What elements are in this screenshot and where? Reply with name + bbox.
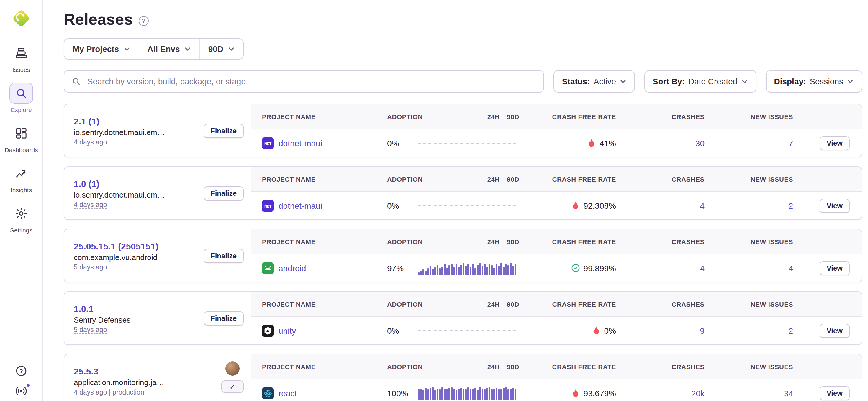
fire-icon: [587, 139, 596, 147]
range-90d-toggle[interactable]: 90D: [507, 300, 519, 307]
range-24h-toggle[interactable]: 24H: [487, 175, 500, 182]
release-created: 4 days ago | production: [74, 389, 164, 396]
new-issues-link[interactable]: 7: [788, 138, 793, 148]
release-version-link[interactable]: 25.05.15.1 (2505151): [74, 241, 158, 251]
col-adoption: ADOPTION: [387, 238, 418, 245]
avatar[interactable]: [225, 362, 240, 376]
new-issues-link[interactable]: 34: [784, 388, 793, 398]
finalize-button[interactable]: Finalize: [204, 311, 244, 326]
status-filter-label: Status:: [562, 77, 590, 86]
col-crashes: CRASHES: [616, 300, 705, 307]
project-filter-label: My Projects: [72, 44, 119, 54]
release-age[interactable]: 4 days ago: [74, 139, 107, 146]
adoption-sparkline-chart: [418, 317, 519, 344]
date-range-dropdown[interactable]: 90D: [200, 39, 243, 59]
status-filter-dropdown[interactable]: Status: Active: [554, 70, 635, 93]
new-issues-link[interactable]: 2: [788, 326, 793, 335]
help-icon[interactable]: ?: [139, 15, 149, 26]
release-version-link[interactable]: 25.5.3: [74, 366, 164, 376]
sidebar-item-label: Insights: [11, 186, 32, 193]
release-table: PROJECT NAME ADOPTION 24H 90D CRASH FREE…: [251, 167, 862, 220]
new-issues-link[interactable]: 2: [788, 201, 793, 210]
col-crash-free-rate: CRASH FREE RATE: [519, 300, 616, 307]
crash-free-rate-cell: 41%: [519, 138, 616, 148]
col-crashes: CRASHES: [616, 113, 705, 120]
sidebar-item-label: Explore: [11, 106, 32, 113]
crashes-link[interactable]: 20k: [691, 388, 705, 398]
finalize-button[interactable]: Finalize: [204, 186, 244, 201]
view-button[interactable]: View: [819, 136, 850, 150]
release-age[interactable]: 4 days ago: [74, 201, 107, 209]
range-90d-toggle[interactable]: 90D: [507, 113, 519, 120]
release-version-link[interactable]: 2.1 (1): [74, 116, 165, 126]
col-crashes: CRASHES: [616, 238, 705, 245]
fire-icon: [571, 201, 580, 210]
project-link[interactable]: dotnet-maui: [279, 201, 322, 210]
new-issues-cell: 34: [705, 388, 793, 398]
range-90d-toggle[interactable]: 90D: [507, 175, 519, 182]
crashes-link[interactable]: 4: [700, 201, 705, 210]
sentry-logo-icon[interactable]: [10, 7, 32, 30]
range-24h-toggle[interactable]: 24H: [487, 238, 500, 245]
range-24h-toggle[interactable]: 24H: [487, 300, 500, 307]
project-cell: react: [262, 387, 387, 399]
release-version-link[interactable]: 1.0 (1): [74, 179, 165, 189]
col-project-name: PROJECT NAME: [262, 113, 387, 120]
broadcast-icon[interactable]: [15, 385, 28, 397]
search-input[interactable]: [86, 76, 537, 87]
release-age[interactable]: 4 days ago: [74, 389, 107, 396]
environment-filter-dropdown[interactable]: All Envs: [139, 39, 200, 59]
sidebar-item-issues[interactable]: Issues: [0, 42, 42, 73]
project-link[interactable]: react: [279, 388, 297, 398]
sidebar-item-insights[interactable]: Insights: [0, 163, 42, 193]
crashes-cell: 4: [616, 201, 705, 210]
search-box[interactable]: [64, 70, 544, 93]
col-new-issues: NEW ISSUES: [705, 238, 793, 245]
project-link[interactable]: dotnet-maui: [279, 138, 322, 148]
finalize-button[interactable]: Finalize: [204, 124, 244, 138]
release-created: 5 days ago: [74, 264, 158, 271]
release-package: io.sentry.dotnet.maui.em…: [74, 191, 165, 199]
display-dropdown[interactable]: Display: Sessions: [766, 70, 862, 93]
project-link[interactable]: android: [279, 263, 306, 273]
view-cell: View: [793, 261, 850, 275]
new-issues-link[interactable]: 4: [788, 263, 793, 273]
range-90d-toggle[interactable]: 90D: [507, 363, 519, 370]
release-age[interactable]: 5 days ago: [74, 326, 107, 334]
finalize-button[interactable]: Finalize: [204, 249, 244, 263]
project-link[interactable]: unity: [279, 326, 296, 335]
release-check-button[interactable]: ✓: [221, 380, 244, 393]
view-button[interactable]: View: [819, 386, 850, 400]
crashes-link[interactable]: 4: [700, 263, 705, 273]
crashes-link[interactable]: 30: [695, 138, 705, 148]
release-meta-side: ✓: [221, 360, 244, 401]
notification-dot: [25, 383, 31, 388]
sort-by-dropdown[interactable]: Sort By: Date Created: [644, 70, 756, 93]
range-24h-toggle[interactable]: 24H: [487, 363, 500, 370]
dotnet-project-icon: NET: [262, 137, 274, 149]
release-created: 5 days ago: [74, 326, 130, 333]
sidebar-item-label: Settings: [10, 227, 32, 234]
sidebar-item-explore[interactable]: Explore: [0, 82, 42, 113]
range-90d-toggle[interactable]: 90D: [507, 238, 519, 245]
release-card: 2.1 (1) io.sentry.dotnet.maui.em… 4 days…: [64, 104, 862, 158]
project-filter-dropdown[interactable]: My Projects: [64, 39, 139, 59]
view-button[interactable]: View: [819, 198, 850, 212]
range-24h-toggle[interactable]: 24H: [487, 113, 500, 120]
crashes-cell: 9: [616, 326, 705, 335]
col-project-name: PROJECT NAME: [262, 300, 387, 307]
col-adoption: ADOPTION: [387, 175, 418, 182]
view-button[interactable]: View: [819, 324, 850, 338]
crashes-cell: 4: [616, 263, 705, 273]
crashes-link[interactable]: 9: [700, 326, 705, 335]
view-button[interactable]: View: [819, 261, 850, 275]
release-package: io.sentry.dotnet.maui.em…: [74, 128, 165, 137]
release-card: 1.0 (1) io.sentry.dotnet.maui.em… 4 days…: [64, 166, 862, 220]
release-age[interactable]: 5 days ago: [74, 264, 107, 271]
help-icon[interactable]: ?: [15, 364, 28, 377]
release-version-link[interactable]: 1.0.1: [74, 304, 130, 314]
crash-free-rate-value: 99.899%: [583, 263, 616, 273]
release-meta-side: Finalize: [204, 110, 244, 152]
sidebar-item-settings[interactable]: Settings: [0, 203, 42, 234]
sidebar-item-dashboards[interactable]: Dashboards: [0, 123, 42, 153]
